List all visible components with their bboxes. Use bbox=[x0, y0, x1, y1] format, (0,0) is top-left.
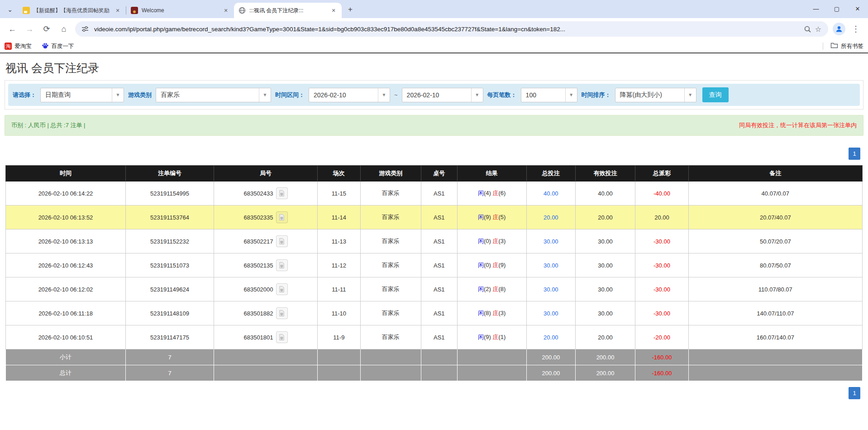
date-to-select[interactable]: 2026-02-10 ▼ bbox=[402, 88, 483, 102]
sum-valid-bet-cell: 200.00 bbox=[575, 349, 635, 365]
total-bet-link[interactable]: 20.00 bbox=[544, 334, 558, 341]
game-type-cell: 百家乐 bbox=[360, 205, 421, 229]
page-number-button[interactable]: 1 bbox=[849, 148, 860, 160]
session-cell bbox=[318, 349, 361, 365]
tab-search-button[interactable]: ⌄ bbox=[4, 3, 16, 16]
result-cell: 闲(8) 庄(3) bbox=[457, 301, 526, 325]
tab-forum[interactable]: 【新提醒】【海燕优质回帖奖励 ✕ bbox=[18, 3, 126, 18]
chevron-down-icon: ⌄ bbox=[7, 6, 13, 13]
close-window-button[interactable]: ✕ bbox=[847, 0, 868, 17]
subtotal-row: 小计7200.00200.00-160.00 bbox=[6, 349, 863, 365]
all-bookmarks[interactable]: 所有书签 bbox=[823, 42, 863, 50]
forward-button[interactable]: → bbox=[22, 22, 37, 36]
total-bet-cell[interactable]: 30.00 bbox=[526, 301, 575, 325]
bookmark-label: 百度一下 bbox=[52, 43, 74, 50]
date-from-select[interactable]: 2026-02-10 ▼ bbox=[309, 88, 390, 102]
address-bar[interactable]: videoie.com/ipl/portal.php/game/betrecor… bbox=[75, 21, 828, 37]
result-cell: 闲(0) 庄(9) bbox=[457, 253, 526, 277]
total-bet-cell[interactable]: 20.00 bbox=[526, 205, 575, 229]
query-button[interactable]: 查询 bbox=[702, 87, 729, 102]
video-replay-button[interactable] bbox=[276, 187, 288, 199]
chevron-down-icon: ▼ bbox=[378, 88, 390, 102]
valid-bet-cell: 30.00 bbox=[575, 229, 635, 253]
bookmark-baidu[interactable]: 百度一下 bbox=[42, 42, 74, 51]
page-number-button[interactable]: 1 bbox=[849, 387, 860, 399]
banker-result: 庄 bbox=[493, 262, 499, 268]
query-type-select[interactable]: 日期查询 ▼ bbox=[40, 88, 124, 102]
total-bet-cell[interactable]: 30.00 bbox=[526, 277, 575, 301]
player-result: 闲 bbox=[478, 310, 484, 316]
reload-button[interactable]: ⟳ bbox=[39, 22, 54, 36]
result-cell: 闲(9) 庄(5) bbox=[457, 205, 526, 229]
video-replay-button[interactable] bbox=[276, 211, 288, 223]
total-bet-link[interactable]: 40.00 bbox=[544, 190, 558, 197]
close-tab-icon[interactable]: ✕ bbox=[330, 7, 337, 14]
total-bet-link[interactable]: 30.00 bbox=[544, 310, 558, 317]
query-type-label: 请选择： bbox=[13, 91, 36, 99]
session-cell: 11-9 bbox=[318, 325, 361, 349]
note-cell: 140.07/110.07 bbox=[688, 301, 862, 325]
table-row: 2026-02-10 06:14:22523191154995683502433… bbox=[6, 182, 863, 205]
total-bet-cell[interactable]: 40.00 bbox=[526, 182, 575, 205]
per-page-value: 100 bbox=[521, 91, 565, 99]
payout-cell: -40.00 bbox=[635, 182, 688, 205]
table-number-cell: AS1 bbox=[421, 205, 458, 229]
result-cell: 闲(9) 庄(1) bbox=[457, 325, 526, 349]
banker-score: (8) bbox=[499, 286, 506, 292]
tab-strip: ⌄ 【新提醒】【海燕优质回帖奖励 ✕ Welcome ✕ :::视讯 会员下注纪… bbox=[0, 0, 868, 18]
back-button[interactable]: ← bbox=[5, 22, 19, 36]
video-replay-button[interactable] bbox=[276, 331, 288, 343]
tab-title: Welcome bbox=[142, 7, 219, 14]
kebab-menu-icon[interactable]: ⋮ bbox=[849, 22, 863, 36]
pagination-bottom: 1 bbox=[8, 387, 860, 399]
note-cell bbox=[688, 349, 862, 365]
bookmark-taobao[interactable]: 淘 爱淘宝 bbox=[5, 43, 32, 50]
profile-avatar[interactable] bbox=[833, 23, 845, 35]
minimize-button[interactable]: — bbox=[806, 0, 826, 17]
table-row: 2026-02-10 06:12:43523191151073683502135… bbox=[6, 253, 863, 277]
video-replay-button[interactable] bbox=[276, 259, 288, 271]
note-cell: 50.07/20.07 bbox=[688, 229, 862, 253]
divider bbox=[823, 43, 823, 50]
per-page-select[interactable]: 100 ▼ bbox=[521, 88, 577, 102]
home-button[interactable]: ⌂ bbox=[57, 22, 71, 36]
column-header: 注单编号 bbox=[126, 166, 214, 182]
video-replay-button[interactable] bbox=[276, 307, 288, 319]
total-bet-link[interactable]: 20.00 bbox=[544, 214, 558, 221]
video-replay-button[interactable] bbox=[276, 283, 288, 295]
baidu-paw-icon bbox=[42, 42, 49, 51]
maximize-button[interactable]: ▢ bbox=[826, 0, 847, 17]
tab-bet-records-active[interactable]: :::视讯 会员下注纪录::: ✕ bbox=[234, 3, 342, 18]
chevron-down-icon: ▼ bbox=[684, 88, 696, 102]
filter-panel: 请选择： 日期查询 ▼ 游戏类别 百家乐 ▼ 时间区间： 2026-02-10 … bbox=[8, 84, 860, 106]
close-tab-icon[interactable]: ✕ bbox=[114, 7, 121, 14]
new-tab-button[interactable]: + bbox=[344, 4, 356, 15]
valid-bet-cell: 20.00 bbox=[575, 325, 635, 349]
note-cell bbox=[688, 365, 862, 381]
total-bet-link[interactable]: 30.00 bbox=[544, 262, 558, 269]
total-bet-link[interactable]: 30.00 bbox=[544, 286, 558, 293]
total-bet-cell[interactable]: 30.00 bbox=[526, 229, 575, 253]
tab-welcome[interactable]: Welcome ✕ bbox=[126, 3, 234, 18]
bookmarks-bar: 淘 爱淘宝 百度一下 所有书签 bbox=[0, 40, 868, 53]
banker-result: 庄 bbox=[493, 190, 499, 196]
player-score: (0) bbox=[484, 238, 491, 244]
bookmark-star-icon[interactable]: ☆ bbox=[813, 24, 824, 34]
game-type-select[interactable]: 百家乐 ▼ bbox=[156, 88, 271, 102]
banker-result: 庄 bbox=[493, 310, 499, 316]
total-bet-cell[interactable]: 20.00 bbox=[526, 325, 575, 349]
video-replay-button[interactable] bbox=[276, 235, 288, 247]
total-bet-link[interactable]: 30.00 bbox=[544, 238, 558, 245]
red-casino-icon bbox=[131, 7, 138, 14]
total-bet-cell[interactable]: 30.00 bbox=[526, 253, 575, 277]
close-tab-icon[interactable]: ✕ bbox=[222, 7, 229, 14]
zoom-icon[interactable] bbox=[802, 24, 813, 34]
column-header: 备注 bbox=[688, 166, 862, 182]
site-settings-icon[interactable] bbox=[80, 24, 91, 34]
sum-label-cell: 总计 bbox=[6, 365, 126, 381]
game-type-cell: 百家乐 bbox=[360, 277, 421, 301]
time-cell: 2026-02-10 06:10:51 bbox=[6, 325, 126, 349]
time-cell: 2026-02-10 06:13:52 bbox=[6, 205, 126, 229]
url-text[interactable]: videoie.com/ipl/portal.php/game/betrecor… bbox=[94, 26, 798, 33]
sort-select[interactable]: 降冪(由大到小) ▼ bbox=[615, 88, 696, 102]
